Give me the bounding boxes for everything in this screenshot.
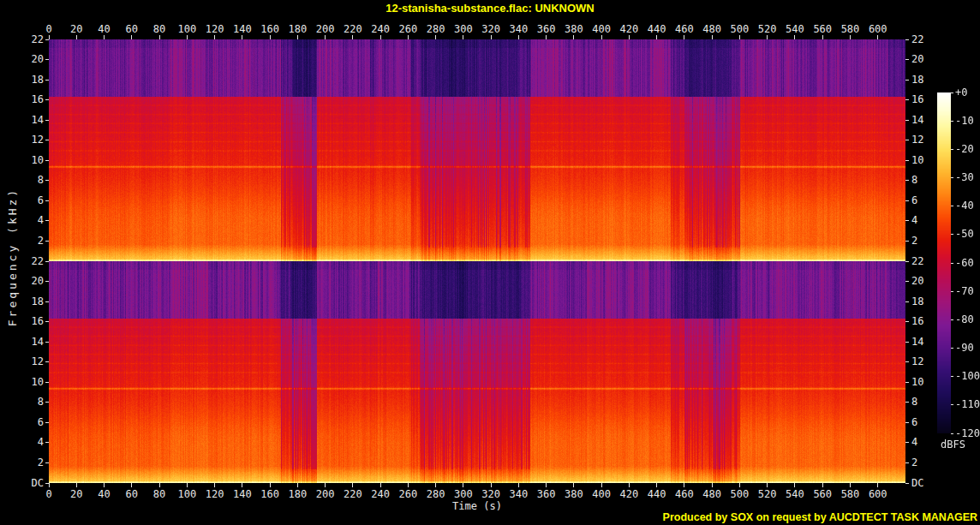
freq-tick — [905, 442, 909, 443]
freq-tick-label: 12 — [911, 356, 941, 367]
freq-tick — [45, 382, 49, 383]
freq-tick — [905, 261, 909, 262]
freq-tick — [905, 80, 909, 81]
time-tick — [573, 483, 574, 487]
time-tick — [242, 483, 242, 487]
colorbar-tick — [951, 319, 953, 320]
time-tick — [712, 35, 713, 39]
freq-tick-label: 10 — [15, 377, 44, 388]
time-tick — [518, 35, 519, 39]
colorbar-tick — [951, 404, 953, 405]
freq-tick-label: 20 — [911, 276, 941, 287]
time-tick — [104, 35, 105, 39]
freq-tick-label: 14 — [15, 337, 44, 348]
freq-tick-label: 10 — [15, 155, 44, 166]
time-tick — [794, 35, 795, 39]
freq-tick-label: 14 — [911, 115, 941, 126]
freq-tick — [45, 39, 49, 40]
time-tick — [214, 35, 215, 39]
time-tick — [131, 483, 132, 487]
freq-tick-label: 4 — [911, 437, 941, 448]
colorbar-tick — [951, 121, 953, 122]
colorbar-tick — [951, 291, 953, 292]
freq-tick — [905, 462, 909, 463]
credit-text: Produced by SOX on request by AUCDTECT T… — [663, 511, 977, 523]
time-tick — [297, 35, 298, 39]
time-tick — [850, 35, 851, 39]
colorbar-tick-label: +0 — [955, 87, 980, 98]
time-tick — [850, 483, 851, 487]
freq-tick — [45, 483, 49, 484]
freq-tick-label: 6 — [15, 417, 44, 428]
freq-tick-label: 8 — [911, 175, 941, 186]
time-tick — [104, 483, 105, 487]
time-tick — [822, 35, 823, 39]
time-tick — [187, 483, 188, 487]
freq-tick — [45, 80, 49, 81]
freq-tick-label: 2 — [15, 457, 44, 468]
freq-tick — [905, 483, 909, 484]
time-tick — [491, 35, 492, 39]
time-tick — [767, 35, 768, 39]
colorbar-unit-label: dBFS — [941, 438, 965, 450]
spectrogram-canvas — [49, 39, 905, 483]
time-tick — [656, 35, 657, 39]
time-tick — [546, 483, 547, 487]
time-tick — [380, 35, 381, 39]
time-tick — [629, 35, 630, 39]
time-tick — [325, 35, 326, 39]
colorbar-tick — [951, 433, 953, 434]
freq-tick — [905, 120, 909, 121]
freq-tick — [905, 241, 909, 242]
freq-tick-label: 22 — [911, 256, 941, 267]
freq-tick-label: 8 — [15, 397, 44, 408]
freq-tick-label: 18 — [911, 296, 941, 307]
time-tick — [822, 483, 823, 487]
freq-tick-label: 2 — [911, 236, 941, 247]
time-tick — [408, 35, 409, 39]
time-tick — [491, 483, 492, 487]
colorbar-tick-label: -70 — [955, 286, 980, 297]
freq-tick-label: 4 — [15, 215, 44, 226]
freq-tick — [905, 301, 909, 302]
freq-tick-label: 16 — [15, 94, 44, 105]
colorbar-tick — [951, 234, 953, 235]
colorbar-tick — [951, 348, 953, 349]
freq-tick-label: 14 — [911, 337, 941, 348]
freq-tick — [45, 140, 49, 140]
time-tick — [739, 483, 740, 487]
time-tick — [187, 35, 188, 39]
time-tick — [656, 483, 657, 487]
freq-tick — [45, 261, 49, 262]
time-tick — [214, 483, 215, 487]
freq-tick-label: 12 — [15, 134, 44, 146]
freq-tick-label: 2 — [911, 457, 941, 468]
time-tick — [601, 35, 602, 39]
freq-tick-label: 16 — [911, 94, 941, 105]
time-tick — [518, 483, 519, 487]
freq-tick — [905, 140, 909, 140]
time-tick — [629, 483, 630, 487]
freq-tick — [45, 342, 49, 343]
freq-tick — [905, 99, 909, 100]
freq-tick — [905, 281, 909, 282]
freq-tick-label: 10 — [911, 155, 941, 166]
freq-tick-label: DC — [15, 478, 44, 489]
freq-tick-label: 8 — [911, 397, 941, 408]
freq-tick — [45, 220, 49, 221]
colorbar-tick-label: -20 — [955, 144, 980, 155]
freq-tick-label: 16 — [911, 316, 941, 327]
freq-tick — [45, 59, 49, 60]
freq-tick — [905, 402, 909, 403]
colorbar-tick-label: -30 — [955, 172, 980, 183]
time-tick — [463, 483, 463, 487]
freq-tick-label: 22 — [15, 256, 44, 267]
freq-tick — [905, 382, 909, 383]
time-tick — [325, 483, 326, 487]
freq-tick — [905, 180, 909, 181]
freq-tick-label: 20 — [911, 54, 941, 65]
freq-tick — [905, 422, 909, 423]
freq-tick — [45, 241, 49, 242]
freq-tick-label: 6 — [15, 195, 44, 206]
time-tick — [546, 35, 547, 39]
